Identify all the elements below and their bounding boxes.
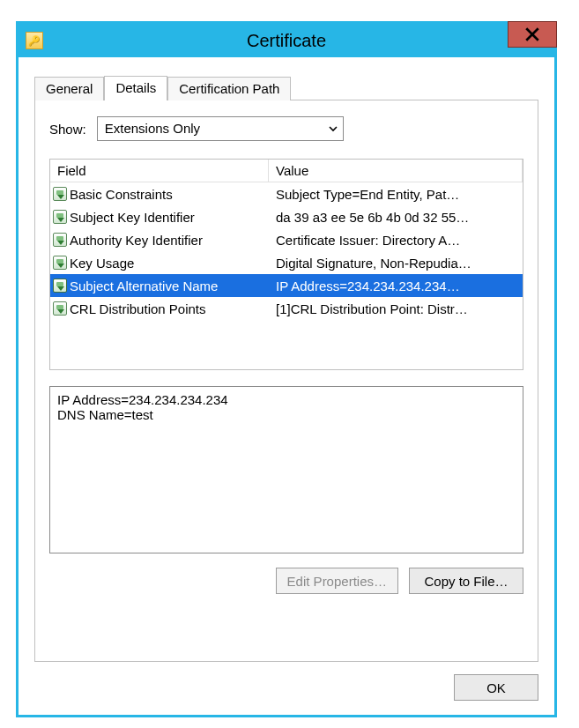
extension-icon: [50, 256, 70, 270]
column-value[interactable]: Value: [269, 160, 523, 182]
extension-icon: [50, 187, 70, 201]
titlebar[interactable]: 🔑 Certificate: [19, 24, 554, 57]
list-row-field: Authority Key Identifier: [70, 233, 269, 248]
close-button[interactable]: [508, 21, 557, 48]
ok-button[interactable]: OK: [454, 674, 538, 701]
list-row-value: [1]CRL Distribution Point: Distr…: [269, 301, 523, 316]
list-row[interactable]: Subject Alternative NameIP Address=234.2…: [50, 274, 523, 297]
list-row[interactable]: Key UsageDigital Signature, Non-Repudia…: [50, 251, 523, 274]
show-filter-row: Show: Extensions Only: [49, 116, 523, 141]
close-icon: [524, 26, 540, 42]
extension-icon: [50, 233, 70, 247]
show-label: Show:: [49, 122, 86, 137]
tab-details[interactable]: Details: [104, 76, 167, 100]
details-panel: Show: Extensions Only Field Value Basic …: [34, 100, 538, 662]
show-dropdown-value: Extensions Only: [97, 116, 344, 141]
dialog-button-row: OK: [34, 674, 538, 701]
certificate-icon: 🔑: [26, 32, 43, 49]
extension-icon: [50, 210, 70, 224]
list-row-field: Key Usage: [70, 256, 269, 271]
tab-strip: General Details Certification Path: [34, 73, 538, 100]
certificate-window: 🔑 Certificate General Details Certificat…: [16, 21, 557, 717]
show-dropdown[interactable]: Extensions Only: [97, 116, 344, 141]
window-title: Certificate: [19, 31, 554, 51]
list-row[interactable]: Authority Key IdentifierCertificate Issu…: [50, 228, 523, 251]
extension-icon: [50, 279, 70, 293]
tab-certification-path[interactable]: Certification Path: [167, 77, 291, 100]
list-row-value: Digital Signature, Non-Repudia…: [269, 256, 523, 271]
extension-icon: [50, 301, 70, 316]
edit-properties-button: Edit Properties…: [276, 568, 398, 594]
list-row[interactable]: Basic ConstraintsSubject Type=End Entity…: [50, 182, 523, 205]
list-row-value: da 39 a3 ee 5e 6b 4b 0d 32 55…: [269, 210, 523, 225]
list-row[interactable]: CRL Distribution Points[1]CRL Distributi…: [50, 297, 523, 320]
list-row-field: Basic Constraints: [70, 187, 269, 202]
column-field[interactable]: Field: [50, 160, 269, 182]
client-area: General Details Certification Path Show:…: [19, 57, 554, 715]
list-body: Basic ConstraintsSubject Type=End Entity…: [50, 182, 523, 320]
list-row-field: Subject Key Identifier: [70, 210, 269, 225]
list-row-value: IP Address=234.234.234.234…: [269, 279, 523, 293]
list-row-value: Certificate Issuer: Directory A…: [269, 233, 523, 248]
list-row[interactable]: Subject Key Identifierda 39 a3 ee 5e 6b …: [50, 205, 523, 228]
extensions-list[interactable]: Field Value Basic ConstraintsSubject Typ…: [49, 159, 523, 370]
detail-button-row: Edit Properties… Copy to File…: [49, 568, 523, 594]
extension-detail-text[interactable]: IP Address=234.234.234.234 DNS Name=test: [49, 386, 523, 553]
list-row-field: CRL Distribution Points: [70, 301, 269, 316]
list-header[interactable]: Field Value: [50, 160, 523, 182]
list-row-value: Subject Type=End Entity, Pat…: [269, 187, 523, 202]
list-row-field: Subject Alternative Name: [70, 279, 269, 293]
tab-general[interactable]: General: [34, 77, 104, 100]
copy-to-file-button[interactable]: Copy to File…: [409, 568, 523, 594]
